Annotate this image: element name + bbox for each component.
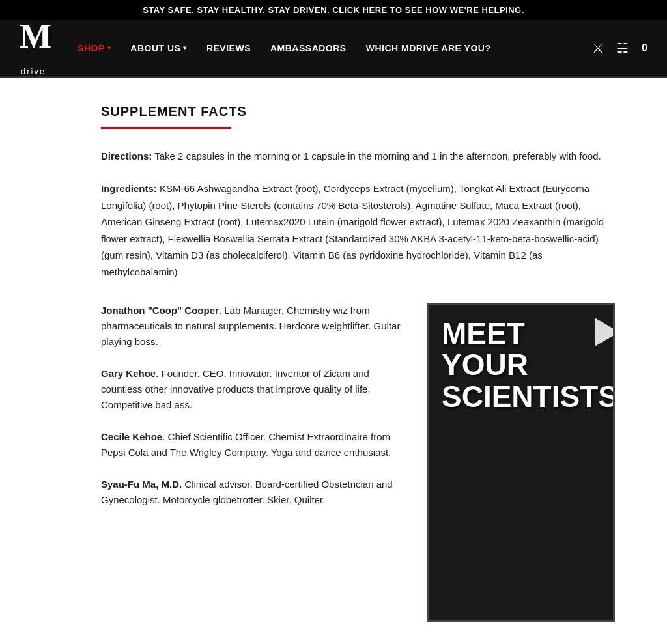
nav-which-mdrive[interactable]: WHICH MDRIVE ARE YOU?: [366, 43, 491, 53]
ingredients-label: Ingredients:: [101, 183, 157, 194]
nav-about-us[interactable]: ABOUT US ▾: [130, 43, 187, 53]
logo-drive-text: drive: [21, 66, 46, 76]
nav-shop[interactable]: SHOP ▾: [78, 43, 111, 53]
meet-title: MEET YOUR SCIENTISTS: [442, 318, 600, 412]
scientists-text: Jonathon "Coop" Cooper. Lab Manager. Che…: [101, 303, 401, 524]
person-name-2: Gary Kehoe: [101, 368, 156, 379]
person-name-3: Cecile Kehoe: [101, 431, 162, 442]
main-content: SUPPLEMENT FACTS Directions: Take 2 caps…: [0, 78, 667, 644]
ingredients-block: Ingredients: KSM-66 Ashwagandha Extract …: [101, 180, 615, 280]
person-name-1: Jonathon "Coop" Cooper: [101, 305, 219, 316]
main-nav: M drive SHOP ▾ ABOUT US ▾ REVIEWS AMBASS…: [0, 20, 667, 76]
cart-count[interactable]: 0: [642, 42, 647, 54]
person-name-4: Syau-Fu Ma, M.D.: [101, 479, 182, 490]
person-block-1: Jonathon "Coop" Cooper. Lab Manager. Che…: [101, 303, 401, 350]
title-underline: [101, 127, 231, 129]
nav-links: SHOP ▾ ABOUT US ▾ REVIEWS AMBASSADORS WH…: [78, 43, 592, 53]
directions-block: Directions: Take 2 capsules in the morni…: [101, 148, 615, 164]
supplement-title: SUPPLEMENT FACTS: [101, 104, 615, 119]
account-icon[interactable]: ⚔: [592, 40, 604, 56]
directions-text-content: Take 2 capsules in the morning or 1 caps…: [154, 150, 601, 161]
person-block-2: Gary Kehoe. Founder. CEO. Innovator. Inv…: [101, 366, 401, 413]
logo[interactable]: M drive: [20, 20, 51, 76]
banner-text: STAY SAFE. STAY HEALTHY. STAY DRIVEN. CL…: [143, 5, 524, 15]
person-block-4: Syau-Fu Ma, M.D. Clinical advisor. Board…: [101, 477, 401, 508]
about-chevron-icon: ▾: [183, 44, 187, 51]
top-banner[interactable]: STAY SAFE. STAY HEALTHY. STAY DRIVEN. CL…: [0, 0, 667, 20]
logo-m-letter: M: [20, 20, 51, 53]
meet-overlay: MEET YOUR SCIENTISTS: [442, 318, 600, 412]
nav-reviews[interactable]: REVIEWS: [206, 43, 251, 53]
scientists-section: Jonathon "Coop" Cooper. Lab Manager. Che…: [101, 303, 615, 622]
person-block-3: Cecile Kehoe. Chief Scientific Officer. …: [101, 429, 401, 460]
cart-icon[interactable]: ☵: [617, 40, 629, 56]
ingredients-text-content: KSM-66 Ashwagandha Extract (root), Cordy…: [101, 183, 604, 277]
shop-chevron-icon: ▾: [107, 44, 111, 51]
nav-ambassadors[interactable]: AMBASSADORS: [270, 43, 347, 53]
nav-right: ⚔ ☵ 0: [592, 40, 647, 56]
scientists-image-panel[interactable]: MEET YOUR SCIENTISTS: [427, 303, 615, 622]
directions-label: Directions:: [101, 150, 152, 161]
